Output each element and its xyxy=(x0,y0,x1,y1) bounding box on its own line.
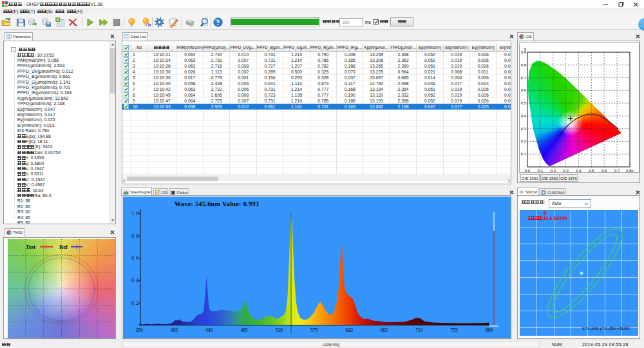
svg-text:0.7: 0.7 xyxy=(521,76,527,80)
svg-text:Ref: Ref xyxy=(59,244,68,250)
svg-text:0.3: 0.3 xyxy=(563,169,569,173)
svg-text:755: 755 xyxy=(450,327,458,333)
svg-text:Test: Test xyxy=(26,244,35,250)
svg-text:0.6: 0.6 xyxy=(601,169,607,173)
svg-text:0.8x: 0.8x xyxy=(626,169,633,173)
svg-text:530: 530 xyxy=(276,327,283,333)
svg-text:0.0: 0.0 xyxy=(525,169,531,173)
svg-text:0.1: 0.1 xyxy=(538,169,544,173)
svg-text:y: y xyxy=(524,46,527,52)
svg-text:575: 575 xyxy=(310,327,318,333)
svg-text:440: 440 xyxy=(205,327,213,333)
svg-text:0.8: 0.8 xyxy=(521,63,527,67)
svg-text:0.5: 0.5 xyxy=(589,169,594,173)
svg-text:485: 485 xyxy=(240,327,248,333)
svg-text:0.4: 0.4 xyxy=(576,169,582,173)
svg-text:Wave: 545.6nm Value: 0.993: Wave: 545.6nm Value: 0.993 xyxy=(175,200,259,208)
svg-text:0.5: 0.5 xyxy=(521,101,527,105)
svg-text:0. 6: 0. 6 xyxy=(131,256,138,261)
svg-text:0.6: 0.6 xyxy=(521,88,527,92)
svg-text:0. 4: 0. 4 xyxy=(131,278,138,284)
svg-text:665: 665 xyxy=(381,327,388,333)
svg-text:1. 0: 1. 0 xyxy=(131,211,138,217)
svg-text:0.2: 0.2 xyxy=(551,169,556,173)
svg-text:0.1: 0.1 xyxy=(521,152,527,156)
svg-text:710: 710 xyxy=(415,327,423,333)
svg-text:0.4: 0.4 xyxy=(521,114,527,118)
svg-text:0.3: 0.3 xyxy=(521,127,527,131)
svg-text:0.7: 0.7 xyxy=(614,169,620,173)
svg-text:0. 2: 0. 2 xyxy=(131,301,138,306)
svg-text:350: 350 xyxy=(135,327,143,333)
svg-text:395: 395 xyxy=(171,327,178,333)
svg-text:800: 800 xyxy=(486,327,493,333)
svg-text:620: 620 xyxy=(345,327,353,333)
svg-text:0. 8: 0. 8 xyxy=(131,234,138,239)
svg-text:0.2: 0.2 xyxy=(521,139,527,143)
